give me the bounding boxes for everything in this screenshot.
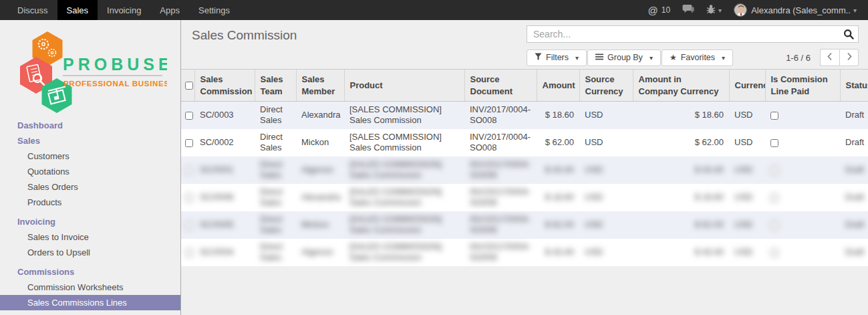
col-header-currency[interactable]: Currency: [729, 70, 765, 102]
nav-app-settings[interactable]: Settings: [189, 0, 239, 20]
cell-amount: $ 18.60: [537, 102, 579, 129]
sidebar-item-sales-orders[interactable]: Sales Orders: [0, 179, 180, 195]
sidebar-item-quotations[interactable]: Quotations: [0, 164, 180, 179]
sidebar-header-invoicing[interactable]: Invoicing: [0, 214, 180, 229]
nav-app-apps[interactable]: Apps: [150, 0, 189, 20]
search-area: Filters ▾ Group By ▾ ★: [527, 25, 859, 69]
table-row[interactable]: SC/0006Direct SalesAlexandra[SALES COMMI…: [181, 184, 868, 211]
filters-label: Filters: [546, 53, 569, 62]
paid-checkbox[interactable]: [770, 167, 778, 175]
activities-menu[interactable]: @ 10: [642, 0, 677, 20]
col-header-source-currency[interactable]: Source Currency: [579, 70, 633, 102]
avatar: [734, 3, 747, 17]
filter-icon: [535, 53, 542, 62]
nav-app-discuss[interactable]: Discuss: [8, 0, 57, 20]
col-header-team[interactable]: Sales Team: [255, 70, 296, 102]
cell-status: Draft: [840, 239, 868, 266]
row-select-checkbox[interactable]: [185, 112, 193, 120]
paid-checkbox[interactable]: [770, 194, 778, 202]
cell-member: Algenon: [296, 239, 344, 266]
row-select-checkbox[interactable]: [185, 249, 193, 257]
col-header-paid[interactable]: Is Commision Line Paid: [765, 70, 840, 102]
paid-checkbox[interactable]: [770, 139, 778, 147]
col-header-source-doc[interactable]: Source Document: [464, 70, 537, 102]
search-box: [527, 25, 859, 43]
cell-amount-company: $ 62.00: [633, 129, 729, 156]
table-row[interactable]: SC/0002Direct SalesMickon[SALES COMMISSI…: [181, 129, 868, 156]
pager: 1-6 / 6: [786, 49, 859, 66]
group-by-button[interactable]: Group By ▾: [587, 49, 661, 66]
search-options: Filters ▾ Group By ▾ ★: [527, 49, 734, 66]
row-select-checkbox[interactable]: [185, 139, 193, 147]
nav-app-invoicing[interactable]: Invoicing: [98, 0, 150, 20]
caret-down-icon: ▾: [722, 54, 725, 62]
paid-checkbox[interactable]: [770, 112, 778, 120]
messages-menu[interactable]: [676, 0, 700, 20]
brand-tagline: PROFESSIONAL BUSINESS: [63, 80, 167, 88]
nav-app-sales[interactable]: Sales: [57, 0, 98, 20]
cell-currency: USD: [729, 102, 765, 129]
favorites-button[interactable]: ★ Favorites ▾: [662, 49, 733, 66]
group-by-label: Group By: [607, 53, 643, 62]
cell-product: [SALES COMMISSION] Sales Commission: [344, 239, 464, 266]
sidebar-header-commissions[interactable]: Commissions: [0, 264, 180, 280]
filters-button[interactable]: Filters ▾: [527, 49, 587, 66]
sidebar-menu: DashboardSalesCustomersQuotationsSales O…: [0, 118, 180, 315]
cell-member: Alexandra: [296, 102, 344, 129]
col-header-amount-company[interactable]: Amount in Company Currency: [633, 70, 729, 102]
chat-icon: [682, 4, 694, 16]
cell-source-currency: USD: [579, 184, 633, 211]
chevron-left-icon: [827, 52, 833, 63]
pager-prev-button[interactable]: [820, 49, 839, 66]
row-select-checkbox[interactable]: [185, 167, 193, 175]
col-header-member[interactable]: Sales Member: [296, 70, 344, 102]
col-header-status[interactable]: Status: [840, 70, 868, 102]
select-all-checkbox[interactable]: [185, 82, 193, 90]
sidebar-item-orders-to-upsell[interactable]: Orders to Upsell: [0, 245, 180, 260]
chevron-right-icon: [846, 52, 853, 63]
cell-source-currency: USD: [579, 102, 633, 129]
at-icon: @: [648, 5, 658, 16]
sidebar-item-sales-to-invoice[interactable]: Sales to Invoice: [0, 229, 180, 245]
table-row[interactable]: SC/0005Direct SalesMickon[SALES COMMISSI…: [181, 211, 868, 239]
cell-team: Direct Sales: [255, 211, 296, 239]
user-menu[interactable]: Alexandra (Sales_comm.. ▾: [728, 0, 863, 20]
sidebar-item-customers[interactable]: Customers: [0, 148, 180, 164]
col-header-product[interactable]: Product: [344, 70, 464, 102]
row-select-checkbox[interactable]: [185, 221, 193, 229]
row-select-checkbox[interactable]: [185, 194, 193, 202]
sidebar-header-sales[interactable]: Sales: [0, 133, 180, 148]
table-row[interactable]: SC/0004Direct SalesAlgenon[SALES COMMISS…: [181, 239, 868, 266]
cell-status: Draft: [840, 156, 868, 184]
cell-currency: USD: [729, 184, 765, 211]
sidebar-item-commission-worksheets[interactable]: Commission Worksheets: [0, 280, 180, 295]
cell-select: [181, 184, 194, 211]
sidebar-header-dashboard[interactable]: Dashboard: [0, 118, 180, 133]
navbar-apps: DiscussSalesInvoicingAppsSettings: [8, 0, 239, 20]
search-input[interactable]: [527, 25, 859, 43]
sidebar-item-sales-commissions-lines[interactable]: Sales Commissions Lines: [0, 295, 180, 310]
cell-currency: USD: [729, 239, 765, 266]
table-row[interactable]: SC/0003Direct SalesAlexandra[SALES COMMI…: [181, 102, 868, 129]
cell-team: Direct Sales: [255, 239, 296, 266]
cell-select: [181, 129, 194, 156]
top-navbar: DiscussSalesInvoicingAppsSettings @ 10: [0, 0, 868, 20]
debug-menu[interactable]: ▾: [700, 0, 728, 20]
table-row[interactable]: SC/0001Direct SalesAlgenon[SALES COMMISS…: [181, 156, 868, 184]
favorites-label: Favorites: [681, 53, 715, 62]
pager-next-button[interactable]: [839, 49, 859, 66]
cell-source-currency: USD: [579, 156, 633, 184]
paid-checkbox[interactable]: [770, 249, 778, 257]
col-header-commission[interactable]: Sales Commission: [194, 70, 255, 102]
cell-select: [181, 239, 194, 266]
cell-amount-company: $ 62.00: [633, 211, 729, 239]
select-all-header[interactable]: [181, 70, 194, 102]
paid-checkbox[interactable]: [770, 221, 778, 229]
cell-source-currency: USD: [579, 211, 633, 239]
cell-commission: SC/0006: [194, 184, 255, 211]
search-icon[interactable]: [843, 29, 854, 42]
cell-commission: SC/0005: [194, 211, 255, 239]
cell-amount: $ 43.40: [537, 156, 579, 184]
col-header-amount[interactable]: Amount: [537, 70, 579, 102]
sidebar-item-products[interactable]: Products: [0, 195, 180, 210]
